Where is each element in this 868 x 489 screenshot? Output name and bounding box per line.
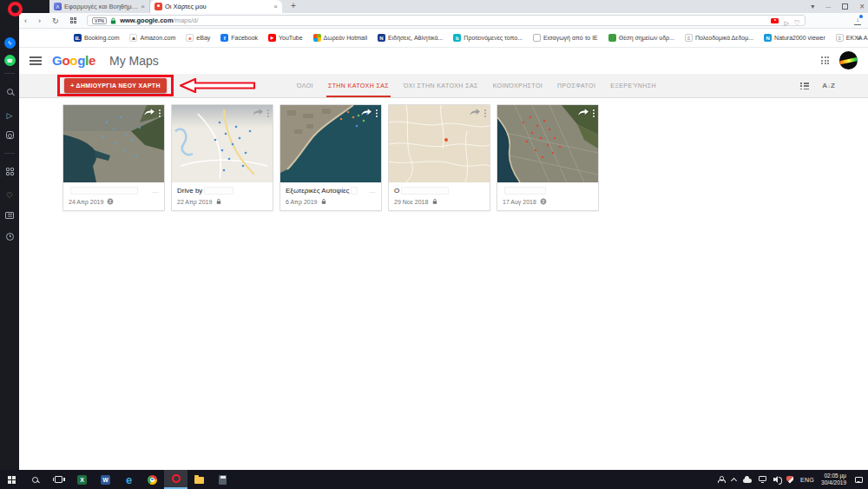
close-window-button[interactable] <box>859 2 865 11</box>
personal-news-icon[interactable] <box>5 208 14 222</box>
taskbar-search-icon[interactable] <box>23 470 47 489</box>
browser-tab-2-active[interactable]: Οι Χάρτες μου <box>150 0 282 13</box>
tab-not-owned-by-you[interactable]: ΌΧΙ ΣΤΗΝ ΚΑΤΟΧΗ ΣΑΣ <box>404 74 478 97</box>
hidden-icons-caret[interactable] <box>730 477 736 483</box>
share-icon[interactable] <box>470 109 480 116</box>
display-icon[interactable] <box>759 476 766 481</box>
url-field[interactable]: VPN www.google.com /maps/d/ <box>87 15 806 26</box>
minimize-button[interactable] <box>825 3 831 10</box>
kebab-menu-icon[interactable] <box>593 109 595 111</box>
bookmark-facebook[interactable]: fFacebook <box>220 34 258 42</box>
bookmark-suggested[interactable]: bΠροτεινόμενες τοπο... <box>453 34 523 42</box>
bookmarks-overflow-chevron[interactable]: » <box>857 29 861 48</box>
browser-tab-bar: Λ Εφαρμογές και Βοηθήματα Οι Χάρτες μου … <box>0 0 868 13</box>
youtube-extension-icon[interactable] <box>771 18 779 23</box>
new-tab-button[interactable]: + <box>287 0 299 13</box>
messenger-icon[interactable]: ϟ <box>4 37 16 49</box>
bookmarks-heart-icon[interactable] <box>6 186 13 201</box>
bookmark-youtube[interactable]: ▶YouTube <box>268 34 303 42</box>
create-new-map-button[interactable]: + ΔΗΜΙΟΥΡΓΙΑ ΝΕΟΥ ΧΑΡΤΗ <box>64 78 167 93</box>
back-icon[interactable]: ‹ <box>24 17 27 25</box>
instagram-icon[interactable] <box>6 128 14 142</box>
calculator-icon[interactable] <box>211 470 234 489</box>
bookmark-news[interactable]: NΕιδήσεις, Αθλητικά... <box>378 34 443 42</box>
send-page-icon[interactable] <box>784 13 788 29</box>
chrome-icon[interactable] <box>141 470 164 489</box>
tab-explore[interactable]: ΕΞΕΡΕΎΝΗΣΗ <box>610 74 656 97</box>
task-view-icon[interactable] <box>47 470 70 489</box>
share-icon[interactable] <box>253 109 263 116</box>
bookmark-ie-import-folder[interactable]: Εισαγωγή από το IE <box>533 34 598 42</box>
map-card-5[interactable]: 17 Αυγ 2018 <box>496 104 599 211</box>
share-icon[interactable] <box>578 109 589 116</box>
security-icon[interactable] <box>786 476 793 484</box>
maximize-button[interactable] <box>842 3 848 10</box>
opera-menu-button[interactable] <box>8 2 23 17</box>
history-icon[interactable] <box>6 229 14 244</box>
bookmark-amazon[interactable]: aAmazon.com <box>129 34 175 42</box>
redacted-title <box>504 187 546 195</box>
share-icon[interactable] <box>361 109 372 116</box>
volume-icon[interactable] <box>773 478 776 481</box>
tab-all[interactable]: ΌΛΟΙ <box>297 74 313 97</box>
tab-owned-by-you[interactable]: ΣΤΗΝ ΚΑΤΟΧΗ ΣΑΣ <box>328 74 389 97</box>
kebab-menu-icon[interactable] <box>376 109 378 111</box>
map-card-1[interactable]: … 24 Απρ 2019 <box>62 104 165 211</box>
window-controls <box>811 0 865 13</box>
edge-icon[interactable]: e <box>117 470 141 489</box>
downloads-icon[interactable] <box>852 15 863 26</box>
google-apps-grid-icon[interactable] <box>821 56 830 65</box>
document-icon: ≡ <box>836 34 844 42</box>
browser-tab-1[interactable]: Λ Εφαρμογές και Βοηθήματα <box>49 0 150 13</box>
language-indicator[interactable]: ENG <box>800 477 814 483</box>
tab-shared[interactable]: ΚΟΙΝΌΧΡΗΣΤΟΙ <box>493 74 542 97</box>
my-flow-icon[interactable] <box>7 106 13 121</box>
tab1-close-icon[interactable] <box>141 3 145 10</box>
mymaps-page: Google My Maps + ΔΗΜΙΟΥΡΓΙΑ ΝΕΟΥ ΧΑΡΤΗ Ό… <box>19 48 868 470</box>
speed-dial-grid-icon[interactable] <box>6 164 14 179</box>
tab-menu-chevron-icon[interactable] <box>811 3 814 10</box>
kebab-menu-icon[interactable] <box>159 109 161 111</box>
action-center-icon[interactable] <box>855 477 863 483</box>
bookmark-hydro-points[interactable]: Θέση σημείων υδρ... <box>608 34 674 42</box>
word-icon[interactable]: W <box>94 470 117 489</box>
map-card-3[interactable]: Εξωτερικές Αυτοψίες … 6 Απρ 2019 <box>279 104 382 211</box>
start-button[interactable] <box>0 470 23 489</box>
tray-clock[interactable]: 02:05 μμ 30/4/2019 <box>821 472 846 486</box>
filter-tabs: ΌΛΟΙ ΣΤΗΝ ΚΑΤΟΧΗ ΣΑΣ ΌΧΙ ΣΤΗΝ ΚΑΤΟΧΗ ΣΑΣ… <box>297 74 656 97</box>
whatsapp-icon[interactable]: ☎ <box>4 55 16 66</box>
hamburger-menu-icon[interactable] <box>30 56 42 67</box>
tab2-close-icon[interactable] <box>273 3 278 10</box>
onedrive-icon[interactable] <box>743 479 752 483</box>
list-view-icon[interactable] <box>800 83 809 89</box>
map-card-2[interactable]: Drive by 22 Απρ 2019 <box>171 104 273 211</box>
bookmark-heart-icon[interactable] <box>794 13 800 29</box>
bookmark-urban-data[interactable]: ≡Πολεοδομικά Δεδομ... <box>685 34 753 42</box>
excel-icon[interactable]: X <box>70 470 94 489</box>
speed-dial-icon[interactable] <box>70 17 77 24</box>
avatar[interactable] <box>839 51 858 69</box>
sort-az-icon[interactable]: A↓Z <box>822 82 835 89</box>
suggested-site-icon: b <box>453 34 461 42</box>
tab-recent[interactable]: ΠΡΟΣΦΑΤΟΙ <box>557 74 595 97</box>
kebab-menu-icon[interactable] <box>267 109 269 111</box>
bookmark-ebay[interactable]: eeBay <box>186 34 210 42</box>
vpn-badge[interactable]: VPN <box>92 17 107 24</box>
share-icon[interactable] <box>144 109 155 116</box>
card-title <box>497 182 598 196</box>
bookmark-booking[interactable]: B.Booking.com <box>74 34 119 42</box>
reload-icon[interactable]: ↻ <box>52 17 59 25</box>
redacted-title <box>70 187 138 195</box>
bookmark-ekxa[interactable]: ≡ΕΚΧΑ Α.Ε. <box>836 34 868 42</box>
search-icon[interactable] <box>7 84 13 99</box>
map-card-4[interactable]: Ο 29 Νοε 2018 <box>388 104 490 211</box>
file-explorer-icon[interactable] <box>187 470 211 489</box>
opera-icon-active[interactable] <box>164 470 187 489</box>
news-site-icon: N <box>378 34 385 42</box>
kebab-menu-icon[interactable] <box>484 109 486 111</box>
people-icon[interactable] <box>718 476 725 483</box>
forward-icon[interactable]: › <box>38 17 41 25</box>
bookmark-natura2000[interactable]: NNatura2000 viewer <box>764 34 825 42</box>
bookmark-hotmail[interactable]: Δωρεάν Hotmail <box>313 34 367 42</box>
card-title: Drive by <box>172 182 273 196</box>
